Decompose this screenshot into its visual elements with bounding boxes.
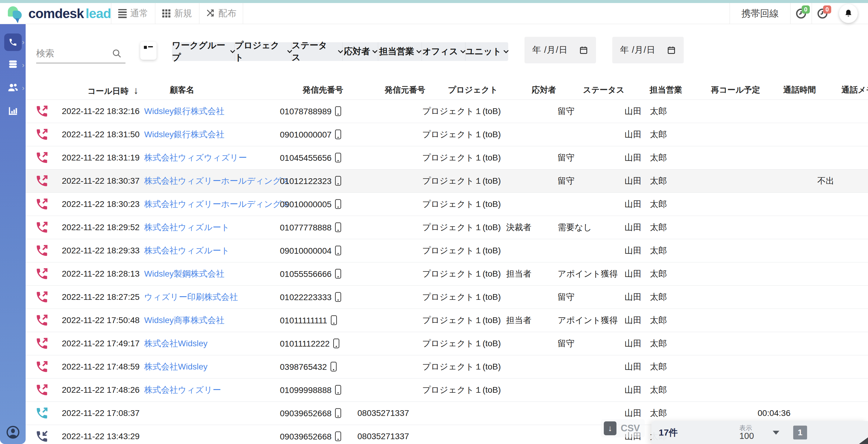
call-datetime: 2022-11-22 18:29:52 (62, 223, 140, 232)
menu-item-new[interactable]: 新規 (155, 3, 199, 24)
sidebar-profile-button[interactable] (0, 425, 26, 440)
notifications-button[interactable] (839, 4, 858, 23)
menu-item-distribute[interactable]: 配布 (199, 3, 243, 24)
dropdown-caret-icon[interactable] (773, 431, 779, 435)
source-number: 08035271337 (358, 432, 409, 441)
customer-link[interactable]: 株式会社Widsley (144, 338, 208, 349)
table-row[interactable]: 2022-11-22 18:30:37株式会社ウィズリーホールディングス0101… (26, 169, 868, 192)
column-header-datetime[interactable]: コール日時↓ (88, 85, 138, 97)
sales-rep: 山田 太郎 (625, 408, 667, 419)
project-name: プロジェクト１(toB) (422, 222, 501, 233)
outgoing-call-icon (35, 174, 49, 188)
column-header-project: プロジェクト (448, 85, 498, 95)
outgoing-call-icon (35, 313, 49, 327)
date-to-input[interactable]: 年 /月/日 (612, 37, 684, 63)
destination-number: 0398765432 (280, 362, 337, 372)
filter-project[interactable]: プロジェクト (234, 42, 291, 61)
profile-icon (5, 425, 21, 440)
call-history-table: 2022-11-22 18:32:16Widsley銀行株式会社01078788… (26, 99, 868, 444)
call-status: 留守 (558, 175, 575, 187)
sidebar-item-calls[interactable]: › (0, 33, 26, 52)
outgoing-call-icon (35, 104, 49, 118)
sidebar-item-members[interactable]: › (0, 78, 26, 98)
destination-number: 01077778888 (280, 223, 341, 232)
sales-rep: 山田 太郎 (625, 315, 667, 326)
sidebar-item-database[interactable]: › (0, 56, 26, 75)
sales-rep: 山田 太郎 (625, 198, 667, 210)
filter-workgroup[interactable]: ワークグループ (172, 42, 234, 61)
project-name: プロジェクト１(toB) (422, 105, 501, 117)
table-row[interactable]: 2022-11-22 18:30:23株式会社ウィズリーホールディングス0901… (26, 192, 868, 216)
source-number: 08035271337 (358, 408, 409, 418)
call-datetime: 2022-11-22 17:48:26 (62, 385, 140, 395)
table-row[interactable]: 2022-11-22 17:50:48Widsley商事株式会社01011111… (26, 309, 868, 332)
date-from-input[interactable]: 年 /月/日 (525, 37, 596, 63)
table-row[interactable]: 2022-11-22 17:48:59株式会社Widsley0398765432… (26, 355, 868, 378)
contact-person: 担当者 (506, 268, 531, 280)
filter-status[interactable]: ステータス (291, 42, 342, 61)
menu-item-normal[interactable]: 通常 (111, 3, 155, 24)
bar-chart-icon (7, 105, 19, 118)
sales-rep: 山田 太郎 (625, 361, 667, 373)
customer-link[interactable]: 株式会社ウィズルート (144, 245, 229, 256)
customer-link[interactable]: 株式会社ウィズルート (144, 222, 229, 233)
mobile-phone-icon (335, 223, 341, 232)
customer-link[interactable]: Widsley銀行株式会社 (144, 129, 224, 140)
page-number-button[interactable]: 1 (793, 425, 807, 440)
column-header-memo: 通話メモ (841, 85, 868, 95)
customer-link[interactable]: 株式会社ウィズリーホールディングス (144, 175, 290, 187)
project-name: プロジェクト１(toB) (422, 198, 501, 210)
call-datetime: 2022-11-22 17:49:17 (62, 339, 140, 348)
filter-sales[interactable]: 担当営業 (378, 42, 422, 61)
customer-link[interactable]: Widsley製鋼株式会社 (144, 268, 224, 280)
table-row[interactable]: 2022-11-22 17:49:17株式会社Widsley0101111222… (26, 332, 868, 355)
schedule-red-button[interactable]: 0 (812, 3, 833, 24)
sidebar-item-analytics[interactable] (0, 102, 26, 121)
destination-number: 09039652668 (280, 408, 341, 418)
comdesk-lead-app: { "topbar": { "brand_primary": "comdesk"… (0, 0, 868, 444)
per-page-select[interactable]: 表示 100 (739, 424, 754, 441)
customer-link[interactable]: 株式会社ウィズリー (144, 384, 221, 396)
table-row[interactable]: 2022-11-22 18:31:19株式会社ウィズウィズリー010454556… (26, 146, 868, 169)
phone-icon (4, 33, 22, 51)
project-name: プロジェクト１(toB) (422, 175, 501, 187)
menu-label: 通常 (130, 7, 148, 20)
schedule-green-button[interactable]: 0 (790, 3, 812, 24)
filter-contact[interactable]: 応対者 (342, 42, 378, 61)
customer-link[interactable]: 株式会社ウィズリーホールディングス (144, 198, 290, 210)
mobile-phone-icon (335, 176, 341, 186)
csv-export-button[interactable]: ↓ CSV (601, 419, 645, 437)
customer-link[interactable]: 株式会社Widsley (144, 361, 208, 373)
people-icon (7, 82, 19, 95)
brand-logo[interactable]: comdesklead (0, 5, 111, 22)
customer-link[interactable]: Widsley商事株式会社 (144, 315, 224, 326)
search-input[interactable] (36, 48, 112, 59)
filter-unit[interactable]: ユニット (465, 42, 508, 61)
sales-rep: 山田 太郎 (625, 384, 667, 396)
table-row[interactable]: 2022-11-22 17:48:26株式会社ウィズリー01099998888プ… (26, 378, 868, 402)
column-header-customer: 顧客名 (170, 85, 194, 95)
customer-link[interactable]: Widsley銀行株式会社 (144, 105, 224, 117)
table-row[interactable]: 2022-11-22 18:29:52株式会社ウィズルート01077778888… (26, 216, 868, 239)
chevron-right-icon: › (22, 61, 25, 69)
chevron-down-icon (460, 48, 465, 53)
filter-office[interactable]: オフィス (422, 42, 465, 61)
view-toggle-button[interactable] (140, 42, 157, 60)
table-row[interactable]: 2022-11-22 18:28:13Widsley製鋼株式会社01055556… (26, 262, 868, 285)
destination-number: 09010000005 (280, 199, 341, 209)
call-status: 留守 (558, 338, 575, 349)
brand-name: comdesklead (28, 6, 111, 21)
mobile-phone-icon (335, 246, 341, 255)
call-status: 留守 (558, 105, 575, 117)
table-row[interactable]: 2022-11-22 18:29:33株式会社ウィズルート09010000004… (26, 239, 868, 262)
destination-number: 01055556666 (280, 269, 341, 279)
table-row[interactable]: 2022-11-22 18:32:16Widsley銀行株式会社01078788… (26, 99, 868, 123)
customer-link[interactable]: 株式会社ウィズウィズリー (144, 152, 247, 163)
call-datetime: 2022-11-22 18:27:25 (62, 292, 140, 302)
table-row[interactable]: 2022-11-22 18:31:50Widsley銀行株式会社09010000… (26, 123, 868, 146)
project-name: プロジェクト１(toB) (422, 129, 501, 140)
search-field (36, 44, 125, 63)
outgoing-call-icon (35, 244, 49, 258)
customer-link[interactable]: ウィズリー印刷株式会社 (144, 291, 238, 303)
table-row[interactable]: 2022-11-22 18:27:25ウィズリー印刷株式会社0102222333… (26, 285, 868, 309)
